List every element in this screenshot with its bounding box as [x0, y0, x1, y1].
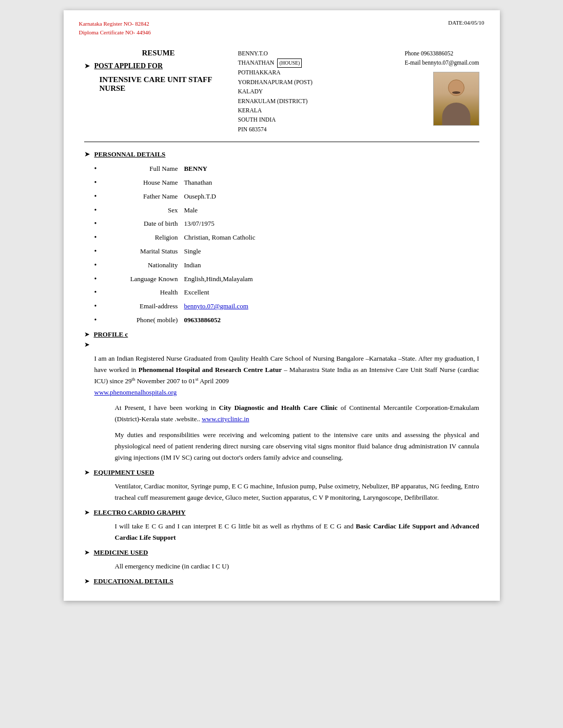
profile-arrow-empty: ➤: [84, 341, 479, 349]
profile-section: ➤ PROFILE c ➤: [84, 330, 479, 349]
detail-row: •House NameThanathan: [94, 176, 479, 189]
detail-row: •Marital StatusSingle: [94, 245, 479, 258]
personal-details-header: ➤ PERSONNAL DETAILS: [84, 150, 479, 159]
header-right: Phone 09633886052 E-mail bennyto.07@gmai…: [387, 49, 479, 126]
medicine-header: ➤ MEDICINE USED: [84, 548, 479, 557]
diploma-no: Diploma Certificate NO- 44946: [79, 28, 151, 37]
profile-paragraph-2: At Present, I have been working in City …: [115, 402, 479, 425]
equipment-title: EQUIPMENT USED: [94, 468, 154, 477]
equipment-arrow-icon: ➤: [84, 468, 90, 477]
detail-bullet: •: [94, 314, 97, 326]
detail-value: English,Hindi,Malayalam: [184, 273, 253, 285]
phone-contact: Phone 09633886052: [404, 49, 479, 58]
ecg-paragraph: I will take E C G and I can interpret E …: [115, 521, 479, 543]
detail-row: •NationalityIndian: [94, 259, 479, 271]
date-label: DATE:04/05/10: [448, 19, 484, 26]
detail-bullet: •: [94, 163, 97, 175]
detail-value[interactable]: bennyto.07@gmail.com: [184, 301, 248, 312]
thanathan-line: THANATHAN (HOUSE): [238, 58, 387, 68]
medicine-arrow-icon: ➤: [84, 548, 90, 557]
person-body: [442, 103, 470, 126]
detail-row: •Date of birth13/07/1975: [94, 218, 479, 230]
address-line6: ERNAKULAM (DISTRICT): [238, 96, 387, 106]
profile-title: PROFILE c: [94, 330, 128, 339]
detail-value: Christian, Roman Catholic: [184, 232, 255, 243]
address-line4: YORDHANAPURAM (POST): [238, 77, 387, 87]
detail-bullet: •: [94, 231, 97, 244]
detail-row: •Full NameBENNY: [94, 163, 479, 175]
detail-label: Nationality: [102, 260, 184, 271]
address-line5: KALADY: [238, 87, 387, 96]
detail-value: Excellent: [184, 287, 209, 298]
detail-value: Male: [184, 205, 198, 216]
ecg-section: ➤ ELECTRO CARDIO GRAPHY: [84, 508, 479, 517]
detail-bullet: •: [94, 259, 97, 271]
detail-label: Language Known: [102, 273, 184, 285]
detail-row: •ReligionChristian, Roman Catholic: [94, 231, 479, 244]
ecg-title: ELECTRO CARDIO GRAPHY: [94, 508, 186, 517]
detail-bullet: •: [94, 176, 97, 189]
detail-bullet: •: [94, 218, 97, 230]
detail-row: •HealthExcellent: [94, 286, 479, 299]
medicine-section: ➤ MEDICINE USED: [84, 548, 479, 557]
person-mustache: [452, 91, 460, 94]
resume-title: RESUME: [84, 49, 233, 57]
detail-label: Sex: [102, 205, 184, 216]
post-applied-row: ➤ POST APPLIED FOR: [84, 62, 233, 70]
detail-bullet: •: [94, 300, 97, 312]
city-clinic-link[interactable]: www.cityclinic.in: [202, 415, 249, 423]
detail-label: Date of birth: [102, 218, 184, 229]
ecg-arrow-icon: ➤: [84, 508, 90, 517]
address-line8: SOUTH INDIA: [238, 115, 387, 124]
detail-label: House Name: [102, 177, 184, 188]
header-left: RESUME ➤ POST APPLIED FOR INTENSIVE CARE…: [84, 49, 233, 93]
address-line9: PIN 683574: [238, 125, 387, 134]
detail-row: •Father NameOuseph.T.D: [94, 190, 479, 203]
personal-details-title: PERSONNAL DETAILS: [94, 150, 166, 159]
personal-arrow-icon: ➤: [84, 150, 90, 159]
detail-label: Phone( mobile): [102, 314, 184, 326]
profile-header-row: ➤ PROFILE c: [84, 330, 479, 339]
detail-value: 09633886052: [184, 314, 221, 326]
medicine-paragraph: All emergency medicine (in cardiac I C U…: [115, 561, 479, 572]
equipment-header: ➤ EQUIPMENT USED: [84, 468, 479, 477]
address-name: BENNY.T.O: [238, 49, 268, 58]
detail-bullet: •: [94, 190, 97, 203]
detail-value: Single: [184, 246, 201, 257]
detail-value: Indian: [184, 260, 201, 271]
phenomenal-link[interactable]: www.phenomenalhospitals.org: [94, 388, 177, 396]
detail-row: •Email-addressbennyto.07@gmail.com: [94, 300, 479, 312]
post-section: ➤ POST APPLIED FOR INTENSIVE CARE UNIT S…: [84, 62, 233, 93]
edu-section: ➤ EDUCATIONAL DETAILS: [84, 577, 479, 585]
detail-value: Thanathan: [184, 177, 212, 188]
profile-paragraph-3: My duties and responsibilities were rece…: [115, 429, 479, 463]
detail-row: •SexMale: [94, 204, 479, 217]
detail-bullet: •: [94, 245, 97, 258]
equipment-section: ➤ EQUIPMENT USED: [84, 468, 479, 477]
edu-arrow-icon: ➤: [84, 577, 90, 585]
email-contact: E-mail bennyto.07@gmail.com: [404, 58, 479, 67]
address-block: BENNY.T.O THANATHAN (HOUSE) POTHIAKKARA …: [233, 49, 387, 134]
detail-value: BENNY: [184, 163, 207, 174]
name-line: BENNY.T.O: [238, 49, 387, 58]
equipment-paragraph: Ventilator, Cardiac monitor, Syringe pum…: [115, 481, 479, 503]
arrow-icon: ➤: [84, 62, 90, 70]
photo-placeholder: [434, 72, 479, 126]
detail-row: •Language KnownEnglish,Hindi,Malayalam: [94, 273, 479, 285]
contact-info: Phone 09633886052 E-mail bennyto.07@gmai…: [404, 49, 479, 68]
post-applied-label: POST APPLIED FOR: [94, 62, 163, 70]
profile-arrow-icon: ➤: [84, 330, 90, 339]
detail-bullet: •: [94, 273, 97, 285]
detail-value: 13/07/1975: [184, 218, 214, 229]
divider-1: [84, 142, 479, 142]
detail-bullet: •: [94, 204, 97, 217]
detail-label: Religion: [102, 232, 184, 243]
detail-label: Marital Status: [102, 246, 184, 257]
photo-box: [433, 72, 479, 126]
resume-page: Karnataka Register NO- 82842 Diploma Cer…: [64, 10, 500, 601]
personal-details-list: •Full NameBENNY•House NameThanathan•Fath…: [94, 163, 479, 326]
detail-label: Father Name: [102, 191, 184, 202]
address-line3: POTHIAKKARA: [238, 68, 387, 77]
detail-value: Ouseph.T.D: [184, 191, 216, 202]
profile-paragraph-1: I am an Indian Registered Nurse Graduate…: [94, 353, 479, 399]
